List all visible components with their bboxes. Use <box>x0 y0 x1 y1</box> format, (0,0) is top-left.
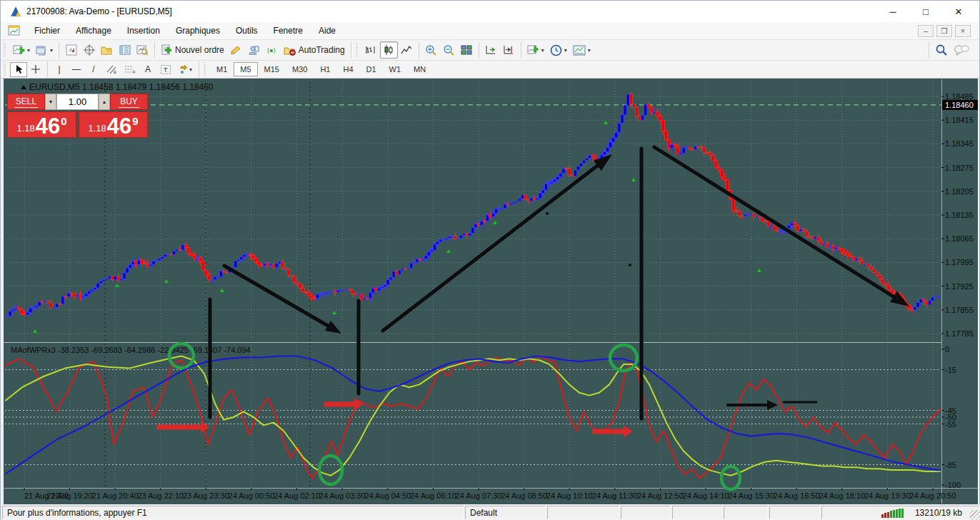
svg-text:24 Aug 03:30: 24 Aug 03:30 <box>319 491 366 500</box>
vertical-line-button[interactable]: | <box>51 62 68 77</box>
horizontal-line-button[interactable]: — <box>68 62 85 77</box>
standard-toolbar: ▾ ▾ <box>1 40 979 61</box>
experts-button[interactable] <box>245 41 263 59</box>
chart-shift-button[interactable] <box>500 41 518 59</box>
shapes-button[interactable]: ▾ <box>175 62 196 77</box>
crosshair-button[interactable] <box>27 62 44 77</box>
chart-svg[interactable]: 1.184851.184151.183451.182751.182051.181… <box>4 79 978 504</box>
text-label-button[interactable]: T <box>156 62 175 77</box>
svg-text:24 Aug 06:10: 24 Aug 06:10 <box>410 491 456 500</box>
menu-outils[interactable]: Outils <box>228 23 266 39</box>
new-order-button[interactable]: Nouvel ordre <box>158 41 227 59</box>
line-chart-button[interactable] <box>398 41 416 59</box>
toolbar-grip[interactable] <box>4 62 9 76</box>
toolbar-separator <box>351 42 351 58</box>
channel-icon: E <box>106 64 117 74</box>
profiles-button[interactable]: ▾ <box>33 41 56 59</box>
crosshair-icon <box>84 44 95 56</box>
volume-dropdown-button[interactable]: ▼ <box>45 94 56 110</box>
sell-button[interactable]: SELL <box>7 94 45 110</box>
tf-d1[interactable]: D1 <box>360 62 383 76</box>
toolbar-separator <box>47 61 48 77</box>
auto-scroll-button[interactable] <box>482 41 500 59</box>
candlestick-icon <box>383 44 394 56</box>
tf-m1[interactable]: M1 <box>210 62 234 76</box>
fibonacci-button[interactable]: F <box>121 62 139 77</box>
maximize-button[interactable]: □ <box>909 1 942 21</box>
menu-affichage[interactable]: Affichage <box>68 23 119 39</box>
close-button[interactable]: ✕ <box>942 1 975 21</box>
cursor-button[interactable] <box>10 62 27 77</box>
status-empty-cell <box>724 506 768 519</box>
autotrading-button[interactable]: AutoTrading <box>281 41 348 59</box>
periods-button[interactable]: ▾ <box>547 41 570 59</box>
indicators-button[interactable]: ▾ <box>524 41 547 59</box>
drawing-toolbar: | — / E F A T ▾ <box>1 61 979 79</box>
menu-graphiques[interactable]: Graphiques <box>168 23 228 39</box>
resize-grip[interactable] <box>970 510 980 520</box>
toolbar-grip[interactable] <box>356 43 361 57</box>
new-order-label: Nouvel ordre <box>175 45 224 55</box>
svg-text:1.17785: 1.17785 <box>945 329 974 338</box>
svg-text:24 Aug 07:30: 24 Aug 07:30 <box>456 491 502 500</box>
toolbar-grip[interactable] <box>4 43 9 57</box>
terminal-button[interactable] <box>116 41 134 59</box>
tf-m30[interactable]: M30 <box>286 62 314 76</box>
svg-text:21 Aug 20:40: 21 Aug 20:40 <box>92 491 139 500</box>
signals-button[interactable] <box>263 41 281 59</box>
tf-h4[interactable]: H4 <box>336 62 359 76</box>
status-profile[interactable]: Default <box>465 506 546 519</box>
navigator-button[interactable] <box>98 41 116 59</box>
candlestick-chart-button[interactable] <box>380 41 398 59</box>
toolbar-separator <box>199 61 199 77</box>
buy-button[interactable]: BUY <box>110 94 148 110</box>
channel-button[interactable]: E <box>102 62 121 77</box>
data-window-button[interactable] <box>80 41 98 59</box>
experts-icon <box>248 44 260 56</box>
minimize-button[interactable]: ─ <box>876 1 909 21</box>
child-minimize-button[interactable]: – <box>918 25 934 37</box>
menu-fenetre[interactable]: Fenetre <box>266 23 311 39</box>
toolbar-grip[interactable] <box>204 62 209 76</box>
metaeditor-button[interactable] <box>227 41 245 59</box>
trendline-button[interactable]: / <box>85 62 102 77</box>
text-label-icon: T <box>160 64 171 75</box>
tf-m15[interactable]: M15 <box>258 62 286 76</box>
sell-price-button[interactable]: 1.18 46 0 <box>7 111 76 138</box>
tf-h1[interactable]: H1 <box>314 62 336 76</box>
zoom-out-button[interactable] <box>440 41 458 59</box>
strategy-tester-button[interactable] <box>134 41 151 59</box>
status-empty-cell <box>547 506 619 519</box>
menu-insertion[interactable]: Insertion <box>119 23 168 39</box>
search-button[interactable] <box>932 41 951 59</box>
volume-increase-button[interactable]: ▲ <box>99 94 110 110</box>
toolbar-separator <box>154 42 155 58</box>
buy-price-button[interactable]: 1.18 46 9 <box>79 111 148 138</box>
tf-w1[interactable]: W1 <box>383 62 408 76</box>
new-chart-button[interactable]: ▾ <box>10 41 33 59</box>
svg-text:-55: -55 <box>945 420 956 429</box>
text-button[interactable]: A <box>139 62 156 77</box>
templates-button[interactable]: ▾ <box>570 41 594 59</box>
status-empty-cell <box>672 506 722 519</box>
child-restore-button[interactable]: ❐ <box>936 25 952 37</box>
new-order-icon <box>161 44 173 56</box>
tf-m5[interactable]: M5 <box>234 62 257 76</box>
toolbar-separator <box>929 42 929 58</box>
arrows-shape-icon <box>179 64 189 74</box>
tile-windows-button[interactable] <box>458 41 476 59</box>
child-close-button[interactable]: × <box>955 25 971 37</box>
chat-button[interactable] <box>951 41 972 59</box>
toolbar-separator <box>479 42 479 58</box>
menu-fichier[interactable]: Fichier <box>26 23 68 39</box>
menu-aide[interactable]: Aide <box>311 23 344 39</box>
sell-price-pipette: 0 <box>61 115 66 127</box>
volume-input[interactable] <box>56 94 99 110</box>
fibonacci-icon: F <box>124 64 136 74</box>
zoom-in-button[interactable] <box>422 41 440 59</box>
metaeditor-icon <box>230 44 242 56</box>
bar-chart-button[interactable] <box>362 41 380 59</box>
application-window: 21700908: Ava-Demo - [EURUSD,M5] ─ □ ✕ F… <box>0 0 980 520</box>
market-watch-button[interactable] <box>62 41 80 59</box>
tf-mn[interactable]: MN <box>407 62 432 76</box>
